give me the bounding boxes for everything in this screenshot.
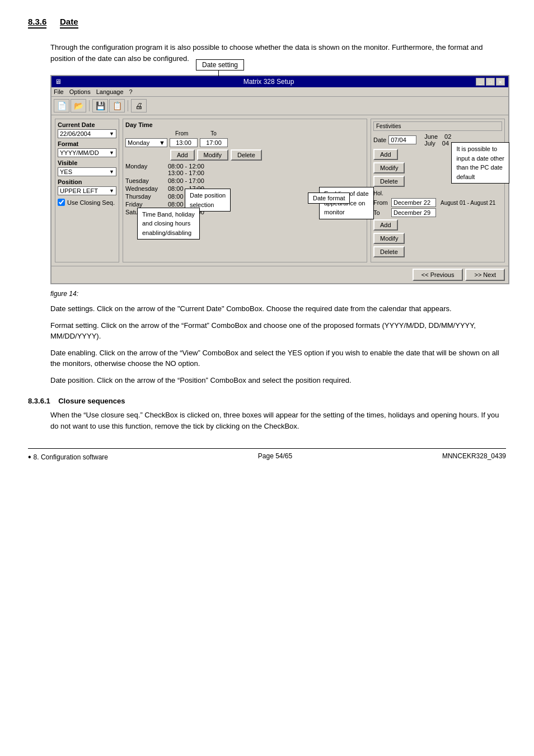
next-button[interactable]: >> Next (465, 269, 505, 281)
menubar: File Options Language ? (51, 87, 508, 97)
subsection-header: 8.3.6.1 Closure sequences (28, 397, 506, 405)
position-value[interactable]: UPPER LEFT ▼ (58, 186, 116, 195)
para3: Date enabling. Click on the arrow of the… (50, 348, 506, 369)
format-dropdown-arrow: ▼ (109, 150, 114, 156)
footer-page: Page 54/65 (258, 452, 292, 462)
time-from-field[interactable]: 13:00 (170, 138, 198, 147)
fest-july-row: July 04 (424, 140, 451, 147)
fest-july-month: July (424, 140, 435, 147)
hol-to-row: To December 29 (373, 208, 502, 217)
add-button[interactable]: Add (170, 149, 195, 161)
footer-left: • 8. Configuration software (28, 452, 108, 462)
fest-date-label: Date (373, 137, 386, 143)
day-dropdown[interactable]: Monday ▼ (125, 138, 167, 147)
para4: Date position. Click on the arrow of the… (50, 375, 506, 386)
daytime-btn-row: Add Modify Delete (170, 149, 364, 161)
friday-label: Friday (125, 201, 165, 208)
intro-paragraph: Through the configuration program it is … (50, 42, 506, 64)
visible-value[interactable]: YES ▼ (58, 167, 116, 176)
time-band-callout: Time Band, holidayand closing hoursenabl… (137, 208, 200, 240)
position-dropdown-arrow: ▼ (109, 188, 114, 194)
menu-help[interactable]: ? (129, 88, 133, 95)
titlebar-buttons: _ □ ✕ (476, 78, 505, 86)
toolbar-save[interactable]: 💾 (92, 99, 108, 112)
toolbar-copy[interactable]: 📋 (109, 99, 125, 112)
toolbar-open[interactable]: 📂 (71, 99, 86, 112)
schedule-tuesday: Tuesday 08:00 - 17:00 (125, 177, 364, 184)
minimize-button[interactable]: _ (476, 78, 485, 86)
fest-add-button[interactable]: Add (373, 149, 398, 160)
fest-date-field[interactable]: 07/04 (388, 135, 416, 144)
menu-file[interactable]: File (54, 88, 64, 95)
hol-to-field[interactable]: December 29 (391, 208, 436, 217)
delete-button[interactable]: Delete (231, 149, 262, 161)
from-label: From (175, 130, 188, 137)
daytime-from-to-labels: From To (125, 130, 364, 137)
menu-language[interactable]: Language (96, 88, 124, 95)
fest-delete-button[interactable]: Delete (373, 176, 405, 187)
day-dropdown-arrow: ▼ (159, 139, 165, 146)
toolbar-print[interactable]: 🖨 (131, 99, 147, 112)
schedule-monday: Monday 08:00 - 12:0013:00 - 17:00 (125, 163, 364, 176)
holidays-section: Hol. From December 22 August 01 - August… (373, 190, 502, 257)
toolbar: 📄 📂 💾 📋 🖨 (51, 97, 508, 115)
fest-modify-button[interactable]: Modify (373, 162, 405, 173)
hol-add-button[interactable]: Add (373, 219, 398, 231)
use-closing-seq-checkbox[interactable] (58, 199, 65, 206)
wednesday-label: Wednesday (125, 185, 165, 192)
dialog-icon: 🖥 (55, 78, 62, 86)
current-date-label: Current Date (58, 121, 116, 128)
hol-modify-button[interactable]: Modify (373, 233, 405, 244)
date-format-callout: Date format (308, 192, 350, 204)
hol-range: August 01 - August 21 (441, 200, 495, 206)
fest-june-day: 02 (444, 133, 451, 140)
date-setting-callout: Date setting (196, 59, 244, 71)
toolbar-sep1 (89, 100, 90, 111)
fest-june-month: June (424, 133, 438, 140)
figure-container: Date setting 🖥 Matrix 328 Setup _ □ ✕ Fi… (50, 75, 500, 284)
close-button[interactable]: ✕ (496, 78, 505, 86)
daytime-header: Day Time (125, 121, 364, 128)
hol-btn-row1: Add (373, 219, 502, 231)
daytime-input-row: Monday ▼ 13:00 17:00 (125, 138, 364, 147)
hol-header: Hol. (373, 190, 502, 196)
page-footer: • 8. Configuration software Page 54/65 M… (28, 448, 506, 462)
time-to-field[interactable]: 17:00 (200, 138, 228, 147)
hol-from-field[interactable]: December 22 (391, 198, 436, 207)
tuesday-time: 08:00 - 17:00 (168, 177, 204, 184)
footer-docnumber: MNNCEKR328_0439 (442, 452, 506, 462)
previous-button[interactable]: << Previous (413, 269, 463, 281)
right-panel: Festivities Date 07/04 June 02 July (371, 119, 505, 262)
current-date-value[interactable]: 22/06/2004 ▼ (58, 129, 116, 138)
to-label: To (210, 130, 217, 137)
current-date-dropdown-arrow: ▼ (109, 131, 114, 137)
fest-months-table: June 02 July 04 (424, 133, 451, 147)
footer-section: 8. Configuration software (34, 453, 108, 461)
para1: Date settings. Click on the arrow of the… (50, 303, 506, 314)
modify-button[interactable]: Modify (197, 149, 228, 161)
para2: Format setting. Click on the arrow of th… (50, 320, 506, 342)
use-closing-seq-label: Use Closing Seq. (67, 199, 115, 206)
toolbar-new[interactable]: 📄 (54, 99, 69, 112)
left-panel: Current Date 22/06/2004 ▼ Format YYYY/MM… (55, 119, 119, 262)
hol-from-row: From December 22 August 01 - August 21 (373, 198, 502, 207)
visible-dropdown-arrow: ▼ (109, 169, 114, 175)
position-label: Position (58, 179, 116, 185)
nav-row: << Previous >> Next (51, 266, 508, 283)
toolbar-sep2 (128, 100, 128, 111)
page: 8.3.6 Date Through the configuration pro… (0, 0, 534, 473)
section-title: Date (60, 17, 78, 29)
monday-time: 08:00 - 12:0013:00 - 17:00 (168, 163, 204, 176)
hol-btn-row3: Delete (373, 246, 502, 257)
subsection-8361: 8.3.6.1 Closure sequences When the “Use … (28, 397, 506, 431)
format-value[interactable]: YYYY/MM/DD ▼ (58, 148, 116, 157)
format-label: Format (58, 140, 116, 147)
maximize-button[interactable]: □ (486, 78, 495, 86)
dialog-body: Current Date 22/06/2004 ▼ Format YYYY/MM… (51, 115, 508, 266)
monday-label: Monday (125, 163, 165, 176)
callout-line1 (218, 71, 219, 76)
hol-delete-button[interactable]: Delete (373, 246, 405, 257)
figure-caption: figure 14: (50, 290, 506, 298)
menu-options[interactable]: Options (69, 88, 91, 95)
hol-btn-row2: Modify (373, 233, 502, 244)
